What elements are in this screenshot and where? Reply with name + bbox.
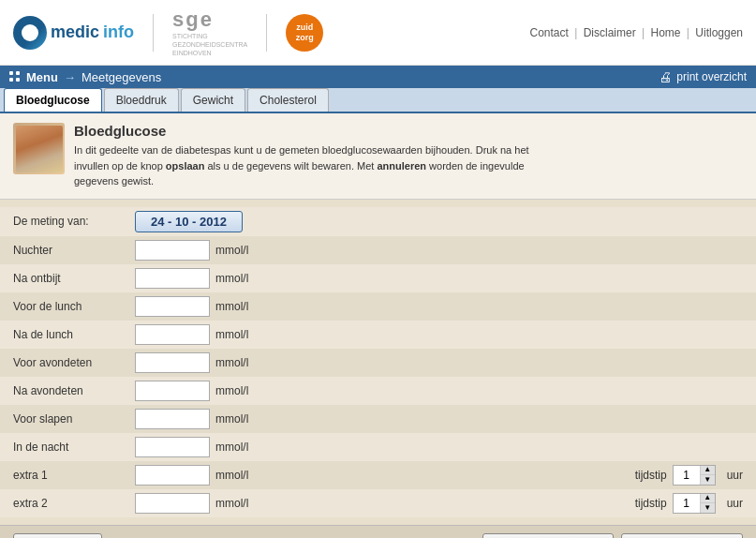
label-nacht: In de nacht	[13, 441, 135, 454]
input-voorslapen[interactable]	[135, 409, 210, 429]
info-text2: invullen op de knop	[74, 160, 166, 172]
breadcrumb-left: Menu → Meetgegevens	[9, 70, 161, 84]
input-naavondeten[interactable]	[135, 381, 210, 401]
spinner2-input[interactable]	[674, 494, 700, 513]
input-nacht[interactable]	[135, 437, 210, 457]
label-voorlunch: Voor de lunch	[13, 300, 135, 313]
logo-sge-text: sge	[172, 7, 214, 32]
header-nav: Contact | Disclaimer | Home | Uitloggen	[530, 26, 743, 39]
spinner2-up[interactable]: ▲	[700, 494, 715, 503]
extra2-tijdstip: tijdstip ▲ ▼ uur	[635, 493, 743, 514]
logo-sge: sge STICHTINGGEZONDHEIDSCENTRAEINDHOVEN	[172, 7, 247, 57]
spinner2-buttons: ▲ ▼	[700, 494, 715, 513]
nav-uitloggen[interactable]: Uitloggen	[695, 26, 743, 39]
label-nuchter: Nuchter	[13, 244, 135, 257]
unit-vooravondeten: mmol/l	[215, 356, 248, 369]
form-row-extra1: extra 1 mmol/l tijdstip ▲ ▼ uur	[0, 461, 756, 489]
breadcrumb-arrow: →	[64, 70, 76, 84]
info-body: In dit gedeelte van de diabetespas kunt …	[74, 142, 529, 189]
date-button[interactable]: 24 - 10 - 2012	[135, 211, 243, 232]
info-thumbnail	[13, 123, 65, 174]
extra1-tijdstip: tijdstip ▲ ▼ uur	[635, 465, 743, 486]
input-naontbijt[interactable]	[135, 268, 210, 289]
form-row-naavondeten: Na avondeten mmol/l	[0, 377, 756, 405]
tab-gewicht[interactable]: Gewicht	[181, 88, 245, 112]
unit-extra2: mmol/l	[215, 497, 248, 510]
date-row: De meting van: 24 - 10 - 2012	[0, 207, 756, 236]
input-extra1[interactable]	[135, 465, 210, 486]
nav-contact[interactable]: Contact	[530, 26, 569, 39]
tab-bar: Bloedglucose Bloeddruk Gewicht Cholester…	[0, 88, 756, 113]
input-extra2[interactable]	[135, 493, 210, 514]
input-vooravondeten[interactable]	[135, 352, 210, 373]
nav-sep2: |	[642, 26, 647, 39]
label-nalunch: Na de lunch	[13, 328, 135, 341]
gegevens-opslaan-button[interactable]: Gegevens opslaan	[621, 533, 743, 538]
spinner1: ▲ ▼	[673, 465, 716, 486]
logo-zuizorg: zuidzorg	[286, 14, 323, 52]
logo-medicinfo: medicinfo	[13, 16, 134, 50]
logo-circle-inner	[22, 24, 38, 41]
input-nuchter[interactable]	[135, 240, 210, 261]
logo-medic-text: medic	[51, 22, 99, 42]
spinner2-down[interactable]: ▼	[700, 503, 715, 513]
unit-naavondeten: mmol/l	[215, 384, 248, 397]
form-row-voorlunch: Voor de lunch mmol/l	[0, 292, 756, 321]
input-voorlunch[interactable]	[135, 296, 210, 317]
form-row-vooravondeten: Voor avondeten mmol/l	[0, 349, 756, 377]
form-area: De meting van: 24 - 10 - 2012 Nuchter mm…	[0, 200, 756, 525]
spinner2: ▲ ▼	[673, 493, 716, 514]
uur-label1: uur	[727, 469, 743, 482]
unit-extra1: mmol/l	[215, 469, 248, 482]
unit-voorslapen: mmol/l	[215, 412, 248, 426]
logo-zuizorg-text: zuidzorg	[296, 22, 314, 43]
nav-disclaimer[interactable]: Disclaimer	[584, 26, 636, 39]
tijdstip-label1: tijdstip	[635, 469, 667, 482]
printer-icon: 🖨	[659, 69, 672, 84]
logo-divider	[153, 14, 154, 52]
nav-sep3: |	[687, 26, 692, 39]
label-naavondeten: Na avondeten	[13, 384, 135, 397]
breadcrumb-print[interactable]: 🖨 print overzicht	[659, 69, 747, 84]
label-extra2: extra 2	[13, 497, 135, 510]
unit-nuchter: mmol/l	[215, 244, 248, 257]
form-row-nacht: In de nacht mmol/l	[0, 433, 756, 461]
input-nalunch[interactable]	[135, 324, 210, 345]
thumb-image	[16, 126, 63, 172]
breadcrumb-menu[interactable]: Menu	[26, 70, 58, 84]
tab-bloeddruk[interactable]: Bloeddruk	[104, 88, 179, 112]
label-extra1: extra 1	[13, 469, 135, 482]
unit-nacht: mmol/l	[215, 441, 248, 454]
info-text1: In dit gedeelte van de diabetespas kunt …	[74, 144, 529, 156]
info-bold1: opslaan	[166, 160, 205, 172]
spinner1-input[interactable]	[674, 466, 700, 485]
spinner1-up[interactable]: ▲	[700, 466, 715, 475]
info-bold2: annuleren	[377, 160, 426, 172]
bottom-bar: Toon grafiek Gegevens herstellen Gegeven…	[0, 525, 756, 538]
form-row-voorslapen: Voor slapen mmol/l	[0, 405, 756, 433]
form-row-naontbijt: Na ontbijt mmol/l	[0, 264, 756, 292]
nav-home[interactable]: Home	[650, 26, 680, 39]
nav-sep1: |	[574, 26, 580, 39]
toon-grafiek-button[interactable]: Toon grafiek	[13, 533, 102, 538]
tab-bloedglucose[interactable]: Bloedglucose	[4, 88, 102, 112]
right-buttons: Gegevens herstellen Gegevens opslaan	[482, 533, 743, 538]
breadcrumb-icon	[9, 71, 21, 82]
uur-label2: uur	[727, 497, 743, 510]
spinner1-down[interactable]: ▼	[700, 475, 715, 485]
date-label: De meting van:	[13, 215, 135, 228]
logo-info-text: info	[103, 22, 134, 42]
form-row-nuchter: Nuchter mmol/l	[0, 236, 756, 264]
tab-cholesterol[interactable]: Cholesterol	[247, 88, 329, 112]
tijdstip-label2: tijdstip	[635, 497, 667, 510]
breadcrumb-bar: Menu → Meetgegevens 🖨 print overzicht	[0, 66, 756, 88]
unit-voorlunch: mmol/l	[215, 300, 248, 313]
logo-sge-sub: STICHTINGGEZONDHEIDSCENTRAEINDHOVEN	[172, 32, 247, 57]
form-row-extra2: extra 2 mmol/l tijdstip ▲ ▼ uur	[0, 489, 756, 517]
info-text-block: Bloedglucose In dit gedeelte van de diab…	[74, 123, 529, 189]
gegevens-herstellen-button[interactable]: Gegevens herstellen	[482, 533, 614, 538]
logo-circle	[13, 16, 47, 50]
logo-divider2	[266, 14, 267, 52]
unit-naontbijt: mmol/l	[215, 272, 248, 285]
unit-nalunch: mmol/l	[215, 328, 248, 341]
